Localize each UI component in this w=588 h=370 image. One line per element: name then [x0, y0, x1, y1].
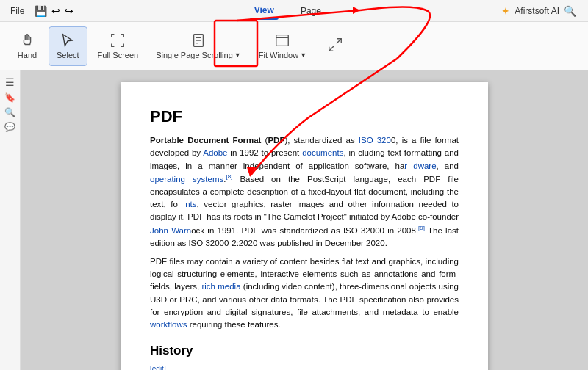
fullscreen-label: Full Screen — [98, 51, 139, 59]
search-icon[interactable]: 🔍 — [564, 5, 576, 17]
hand-label: Hand — [18, 51, 37, 59]
brand-sparkle-icon: ✦ — [501, 5, 510, 17]
hw-link[interactable]: dware — [413, 162, 436, 170]
workflows-link[interactable]: workflows — [150, 320, 187, 329]
rich-media-link[interactable]: rich media — [201, 282, 240, 291]
sidebar-icon-bookmark[interactable]: 🔖 — [4, 92, 15, 103]
svg-rect-4 — [276, 35, 289, 46]
brand-label: Afirstsoft AI — [514, 6, 559, 16]
svg-line-7 — [329, 46, 334, 51]
hand-button[interactable]: Hand — [9, 26, 46, 66]
pdf-para2: PDF files may contain a variety of conte… — [150, 255, 459, 332]
menu-bar: File 💾 ↩ ↪ View Page ✦ Afirstsoft AI 🔍 — [0, 0, 588, 22]
svg-line-6 — [337, 39, 341, 43]
edit-link[interactable]: [edit] — [150, 365, 166, 370]
sidebar-icon-search[interactable]: 🔍 — [4, 107, 15, 117]
pdf-intro: Portable Document Format (PDF), standard… — [150, 134, 459, 250]
redo-icon[interactable]: ↪ — [65, 5, 74, 17]
docs-link[interactable]: documents — [302, 148, 343, 157]
single-page-label: Single Page Scrolling ▼ — [156, 51, 241, 59]
menu-page[interactable]: Page — [296, 2, 326, 20]
save-icon[interactable]: 💾 — [35, 5, 47, 17]
sidebar-icon-comment[interactable]: 💬 — [4, 122, 15, 132]
iso-link[interactable]: ISO 32 — [359, 136, 387, 145]
sidebar-icon-menu[interactable]: ☰ — [5, 76, 15, 88]
fullscreen-button[interactable]: Full Screen — [90, 26, 146, 66]
fit-window-button[interactable]: Fit Window ▼ — [251, 26, 314, 66]
warnock-link[interactable]: John Warn — [150, 225, 191, 234]
fonts-link[interactable]: nts — [185, 200, 196, 208]
select-button[interactable]: Select — [49, 26, 87, 66]
menu-view[interactable]: View — [250, 2, 279, 20]
os-link[interactable]: operating systems — [150, 175, 223, 184]
select-label: Select — [57, 51, 79, 59]
menu-file[interactable]: File — [6, 2, 29, 20]
expand-button[interactable] — [317, 26, 354, 66]
adobe-link[interactable]: Adobe — [203, 148, 227, 157]
pdf-page: PDF Portable Document Format (PDF), stan… — [121, 82, 488, 370]
content-area: PDF Portable Document Format (PDF), stan… — [21, 70, 588, 370]
pdf-title: PDF — [150, 104, 459, 128]
history-title: History — [150, 341, 459, 360]
fit-window-label: Fit Window ▼ — [259, 51, 306, 59]
undo-icon[interactable]: ↩ — [51, 5, 60, 17]
single-page-button[interactable]: Single Page Scrolling ▼ — [148, 26, 248, 66]
